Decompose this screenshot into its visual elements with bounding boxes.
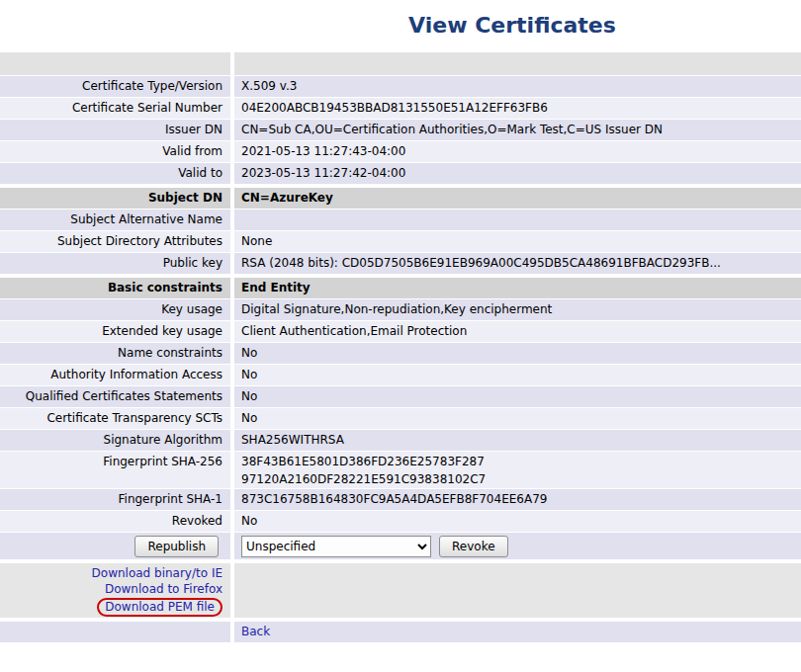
row-certificate-type: Certificate Type/Version X.509 v.3 [0,76,801,97]
field-value: Client Authentication,Email Protection [234,321,801,342]
field-label: Fingerprint SHA-1 [0,489,230,510]
field-label: Subject Alternative Name [0,210,230,230]
row-extended-key-usage: Extended key usage Client Authentication… [0,321,801,342]
field-value [234,210,801,230]
field-value: No [234,408,801,429]
back-cell: Back [234,622,801,642]
field-value: 38F43B61E5801D386FD236E25783F287 97120A2… [234,452,801,488]
field-value: 2023-05-13 11:27:42-04:00 [234,163,801,184]
field-value: 04E200ABCB19453BBAD8131550E51A12EFF63FB6 [234,98,801,119]
field-value: SHA256WITHRSA [234,430,801,451]
header-label-cell [0,52,230,75]
back-label-cell [0,622,230,642]
row-fingerprint-sha1: Fingerprint SHA-1 873C16758B164830FC9A5A… [0,489,801,510]
field-label: Certificate Type/Version [0,76,230,97]
revoke-button[interactable]: Revoke [439,536,508,557]
row-subject-dir-attrs: Subject Directory Attributes None [0,231,801,252]
header-value-cell [234,52,801,75]
field-label: Issuer DN [0,120,230,140]
row-back: Back [0,622,801,642]
row-name-constraints: Name constraints No [0,343,801,364]
row-fingerprint-sha256: Fingerprint SHA-256 38F43B61E5801D386FD2… [0,452,801,488]
section-value: CN=AzureKey [234,188,801,209]
field-value: None [234,231,801,252]
download-pem-link[interactable]: Download PEM file [105,600,215,614]
field-label: Authority Information Access [0,365,230,385]
row-qualified-cert-statements: Qualified Certificates Statements No [0,386,801,407]
row-downloads: Download binary/to IE Download to Firefo… [0,563,801,618]
download-firefox-link[interactable]: Download to Firefox [105,581,222,597]
pem-highlight-annotation: Download PEM file [97,598,222,617]
field-label: Signature Algorithm [0,430,230,451]
fingerprint-line-1: 38F43B61E5801D386FD236E25783F287 [241,453,801,470]
table-header-row [0,52,801,75]
field-value: No [234,365,801,385]
actions-left-cell: Republish [0,533,230,559]
row-authority-info-access: Authority Information Access No [0,365,801,385]
row-cert-transparency-scts: Certificate Transparency SCTs No [0,408,801,429]
row-issuer-dn: Issuer DN CN=Sub CA,OU=Certification Aut… [0,120,801,140]
row-valid-to: Valid to 2023-05-13 11:27:42-04:00 [0,163,801,184]
field-label: Qualified Certificates Statements [0,386,230,407]
certificate-table: Certificate Type/Version X.509 v.3 Certi… [0,52,801,642]
field-label: Certificate Transparency SCTs [0,408,230,429]
field-label: Subject Directory Attributes [0,231,230,252]
field-label: Extended key usage [0,321,230,342]
row-serial-number: Certificate Serial Number 04E200ABCB1945… [0,98,801,119]
section-label: Subject DN [0,188,230,209]
row-signature-algorithm: Signature Algorithm SHA256WITHRSA [0,430,801,451]
row-valid-from: Valid from 2021-05-13 11:27:43-04:00 [0,141,801,162]
row-basic-constraints: Basic constraints End Entity [0,278,801,298]
section-label: Basic constraints [0,278,230,298]
field-value: No [234,511,801,532]
section-value: End Entity [234,278,801,298]
field-value: CN=Sub CA,OU=Certification Authorities,O… [234,120,801,140]
field-value: 873C16758B164830FC9A5A4DA5EFB8F704EE6A79 [234,489,801,510]
back-link[interactable]: Back [241,625,270,638]
field-label: Certificate Serial Number [0,98,230,119]
field-value: 2021-05-13 11:27:43-04:00 [234,141,801,162]
page-title: View Certificates [223,0,801,38]
view-certificates-page: View Certificates Certificate Type/Versi… [0,0,801,642]
field-value: RSA (2048 bits): CD05D7505B6E91EB969A00C… [234,253,801,274]
field-label: Revoked [0,511,230,532]
row-subject-alt-name: Subject Alternative Name [0,210,801,230]
field-label: Valid from [0,141,230,162]
fingerprint-line-2: 97120A2160DF28221E591C93838102C7 [241,470,801,488]
row-public-key: Public key RSA (2048 bits): CD05D7505B6E… [0,253,801,274]
republish-button[interactable]: Republish [134,536,219,557]
field-label: Valid to [0,163,230,184]
field-value: No [234,343,801,364]
revocation-reason-select[interactable]: Unspecified [241,536,431,557]
field-label: Public key [0,253,230,274]
field-value: X.509 v.3 [234,76,801,97]
row-key-usage: Key usage Digital Signature,Non-repudiat… [0,299,801,320]
download-binary-ie-link[interactable]: Download binary/to IE [92,565,222,581]
field-value: Digital Signature,Non-repudiation,Key en… [234,299,801,320]
row-actions: Republish Unspecified Revoke [0,533,801,559]
field-label: Key usage [0,299,230,320]
field-label: Fingerprint SHA-256 [0,452,230,488]
row-revoked: Revoked No [0,511,801,532]
field-value: No [234,386,801,407]
row-subject-dn: Subject DN CN=AzureKey [0,188,801,209]
downloads-cell: Download binary/to IE Download to Firefo… [0,563,230,618]
field-label: Name constraints [0,343,230,364]
downloads-empty-cell [234,563,801,618]
actions-right-cell: Unspecified Revoke [234,533,801,559]
